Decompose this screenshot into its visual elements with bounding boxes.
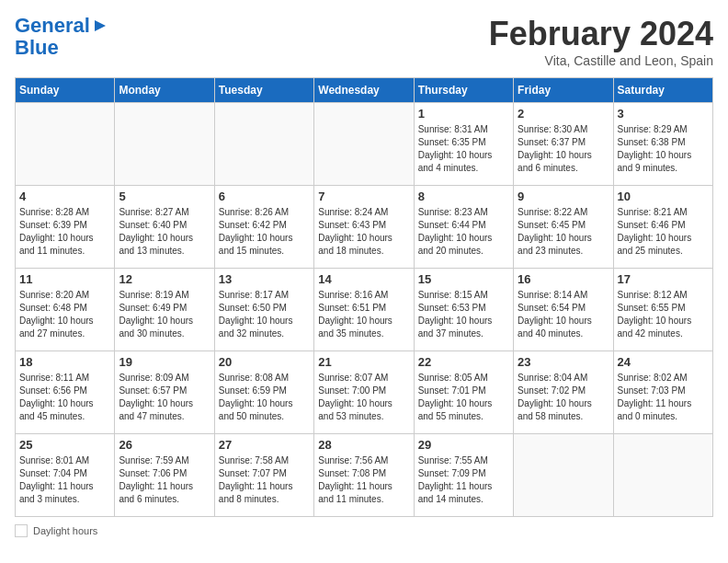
calendar-header: SundayMondayTuesdayWednesdayThursdayFrid… (16, 78, 713, 103)
day-number: 13 (219, 272, 310, 286)
calendar-cell (214, 103, 313, 186)
calendar-table: SundayMondayTuesdayWednesdayThursdayFrid… (15, 77, 713, 517)
day-number: 23 (518, 355, 609, 369)
day-number: 15 (418, 272, 509, 286)
day-number: 9 (518, 190, 609, 203)
cell-info: Sunrise: 8:17 AM Sunset: 6:50 PM Dayligh… (219, 289, 310, 340)
calendar-cell: 11Sunrise: 8:20 AM Sunset: 6:48 PM Dayli… (16, 269, 115, 351)
calendar-cell: 20Sunrise: 8:08 AM Sunset: 6:59 PM Dayli… (214, 351, 313, 434)
cell-info: Sunrise: 8:30 AM Sunset: 6:37 PM Dayligh… (518, 123, 609, 175)
week-row-1: 1Sunrise: 8:31 AM Sunset: 6:35 PM Daylig… (16, 103, 713, 186)
calendar-cell: 22Sunrise: 8:05 AM Sunset: 7:01 PM Dayli… (414, 351, 513, 434)
calendar-cell (613, 434, 712, 517)
calendar-cell: 28Sunrise: 7:56 AM Sunset: 7:08 PM Dayli… (314, 434, 414, 517)
day-number: 28 (318, 438, 409, 452)
calendar-cell: 10Sunrise: 8:21 AM Sunset: 6:46 PM Dayli… (613, 186, 712, 269)
day-number: 21 (318, 355, 409, 369)
calendar-cell: 17Sunrise: 8:12 AM Sunset: 6:55 PM Dayli… (613, 269, 712, 351)
cell-info: Sunrise: 8:20 AM Sunset: 6:48 PM Dayligh… (19, 289, 110, 340)
calendar-cell: 6Sunrise: 8:26 AM Sunset: 6:42 PM Daylig… (214, 186, 313, 269)
page-header: General Blue February 2024 Vita, Castill… (15, 15, 713, 68)
calendar-cell (514, 434, 613, 517)
day-number: 1 (418, 107, 509, 121)
day-number: 10 (618, 190, 709, 203)
day-number: 19 (119, 355, 210, 369)
calendar-cell: 27Sunrise: 7:58 AM Sunset: 7:07 PM Dayli… (214, 434, 313, 517)
week-row-5: 25Sunrise: 8:01 AM Sunset: 7:04 PM Dayli… (16, 434, 713, 517)
col-header-tuesday: Tuesday (214, 78, 313, 103)
calendar-cell: 12Sunrise: 8:19 AM Sunset: 6:49 PM Dayli… (115, 269, 214, 351)
cell-info: Sunrise: 8:12 AM Sunset: 6:55 PM Dayligh… (618, 289, 709, 340)
calendar-cell: 1Sunrise: 8:31 AM Sunset: 6:35 PM Daylig… (414, 103, 513, 186)
day-number: 26 (119, 438, 210, 452)
cell-info: Sunrise: 8:08 AM Sunset: 6:59 PM Dayligh… (219, 372, 310, 423)
footer-label: Daylight hours (33, 525, 97, 536)
logo-text: General (15, 15, 90, 37)
day-number: 12 (119, 272, 210, 286)
day-number: 2 (518, 107, 609, 121)
calendar-cell: 18Sunrise: 8:11 AM Sunset: 6:56 PM Dayli… (16, 351, 115, 434)
cell-info: Sunrise: 7:58 AM Sunset: 7:07 PM Dayligh… (219, 454, 310, 506)
day-number: 11 (19, 272, 110, 286)
cell-info: Sunrise: 8:02 AM Sunset: 7:03 PM Dayligh… (618, 372, 709, 423)
day-number: 8 (418, 190, 509, 203)
cell-info: Sunrise: 8:14 AM Sunset: 6:54 PM Dayligh… (518, 289, 609, 340)
footer-box (15, 524, 28, 537)
cell-info: Sunrise: 8:16 AM Sunset: 6:51 PM Dayligh… (318, 289, 409, 340)
calendar-cell: 16Sunrise: 8:14 AM Sunset: 6:54 PM Dayli… (514, 269, 613, 351)
cell-info: Sunrise: 8:26 AM Sunset: 6:42 PM Dayligh… (219, 206, 310, 258)
calendar-cell: 5Sunrise: 8:27 AM Sunset: 6:40 PM Daylig… (115, 186, 214, 269)
cell-info: Sunrise: 8:23 AM Sunset: 6:44 PM Dayligh… (418, 206, 509, 258)
col-header-monday: Monday (115, 78, 214, 103)
calendar-cell: 19Sunrise: 8:09 AM Sunset: 6:57 PM Dayli… (115, 351, 214, 434)
calendar-cell: 25Sunrise: 8:01 AM Sunset: 7:04 PM Dayli… (16, 434, 115, 517)
day-number: 22 (418, 355, 509, 369)
col-header-thursday: Thursday (414, 78, 513, 103)
location: Vita, Castille and Leon, Spain (489, 53, 713, 68)
cell-info: Sunrise: 7:56 AM Sunset: 7:08 PM Dayligh… (318, 454, 409, 506)
cell-info: Sunrise: 8:29 AM Sunset: 6:38 PM Dayligh… (618, 123, 709, 175)
calendar-cell: 24Sunrise: 8:02 AM Sunset: 7:03 PM Dayli… (613, 351, 712, 434)
cell-info: Sunrise: 8:11 AM Sunset: 6:56 PM Dayligh… (19, 372, 110, 423)
cell-info: Sunrise: 8:22 AM Sunset: 6:45 PM Dayligh… (518, 206, 609, 258)
cell-info: Sunrise: 8:21 AM Sunset: 6:46 PM Dayligh… (618, 206, 709, 258)
calendar-cell (314, 103, 414, 186)
calendar-cell: 2Sunrise: 8:30 AM Sunset: 6:37 PM Daylig… (514, 103, 613, 186)
cell-info: Sunrise: 7:55 AM Sunset: 7:09 PM Dayligh… (418, 454, 509, 506)
logo-blue: Blue (15, 37, 108, 59)
calendar-cell: 8Sunrise: 8:23 AM Sunset: 6:44 PM Daylig… (414, 186, 513, 269)
calendar-cell: 4Sunrise: 8:28 AM Sunset: 6:39 PM Daylig… (16, 186, 115, 269)
day-number: 25 (19, 438, 110, 452)
day-number: 5 (119, 190, 210, 203)
cell-info: Sunrise: 8:09 AM Sunset: 6:57 PM Dayligh… (119, 372, 210, 423)
calendar-cell: 26Sunrise: 7:59 AM Sunset: 7:06 PM Dayli… (115, 434, 214, 517)
calendar-cell: 9Sunrise: 8:22 AM Sunset: 6:45 PM Daylig… (514, 186, 613, 269)
col-header-saturday: Saturday (613, 78, 712, 103)
calendar-cell (115, 103, 214, 186)
week-row-3: 11Sunrise: 8:20 AM Sunset: 6:48 PM Dayli… (16, 269, 713, 351)
calendar-cell: 15Sunrise: 8:15 AM Sunset: 6:53 PM Dayli… (414, 269, 513, 351)
calendar-cell: 23Sunrise: 8:04 AM Sunset: 7:02 PM Dayli… (514, 351, 613, 434)
calendar-cell: 21Sunrise: 8:07 AM Sunset: 7:00 PM Dayli… (314, 351, 414, 434)
day-number: 3 (618, 107, 709, 121)
day-number: 4 (19, 190, 110, 203)
footer: Daylight hours (15, 524, 713, 537)
cell-info: Sunrise: 8:07 AM Sunset: 7:00 PM Dayligh… (318, 372, 409, 423)
calendar-cell: 29Sunrise: 7:55 AM Sunset: 7:09 PM Dayli… (414, 434, 513, 517)
cell-info: Sunrise: 8:04 AM Sunset: 7:02 PM Dayligh… (518, 372, 609, 423)
day-number: 29 (418, 438, 509, 452)
cell-info: Sunrise: 8:24 AM Sunset: 6:43 PM Dayligh… (318, 206, 409, 258)
day-number: 24 (618, 355, 709, 369)
week-row-2: 4Sunrise: 8:28 AM Sunset: 6:39 PM Daylig… (16, 186, 713, 269)
day-number: 7 (318, 190, 409, 203)
cell-info: Sunrise: 8:28 AM Sunset: 6:39 PM Dayligh… (19, 206, 110, 258)
cell-info: Sunrise: 7:59 AM Sunset: 7:06 PM Dayligh… (119, 454, 210, 506)
day-number: 27 (219, 438, 310, 452)
calendar-cell (16, 103, 115, 186)
week-row-4: 18Sunrise: 8:11 AM Sunset: 6:56 PM Dayli… (16, 351, 713, 434)
day-number: 17 (618, 272, 709, 286)
calendar-cell: 7Sunrise: 8:24 AM Sunset: 6:43 PM Daylig… (314, 186, 414, 269)
day-number: 18 (19, 355, 110, 369)
cell-info: Sunrise: 8:19 AM Sunset: 6:49 PM Dayligh… (119, 289, 210, 340)
calendar-cell: 13Sunrise: 8:17 AM Sunset: 6:50 PM Dayli… (214, 269, 313, 351)
